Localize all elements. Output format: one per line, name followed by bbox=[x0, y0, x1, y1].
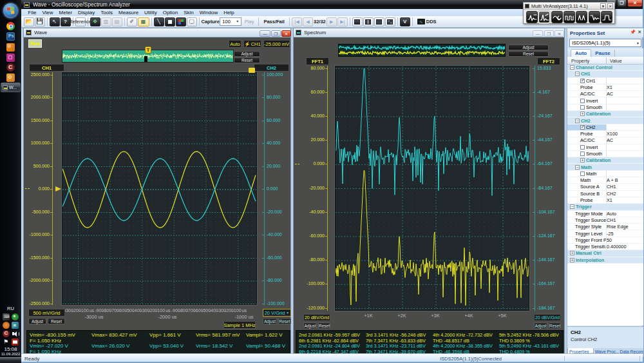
tree-group-trigger[interactable]: −Trigger bbox=[567, 204, 643, 210]
menu-meter[interactable]: Meter bbox=[56, 9, 75, 16]
app-icon-orange[interactable] bbox=[6, 43, 15, 52]
prev-frame-button[interactable]: ◀ bbox=[303, 17, 313, 26]
menu-view[interactable]: View bbox=[39, 9, 56, 16]
display-button[interactable]: 🖵 bbox=[187, 17, 197, 26]
menu-utility[interactable]: Utility bbox=[142, 9, 160, 16]
cursor-h-button[interactable]: ▤ bbox=[112, 17, 122, 26]
menu-help[interactable]: Help bbox=[221, 9, 237, 16]
tree-group-math[interactable]: −Math bbox=[567, 164, 643, 170]
pointer-button[interactable]: ↖ bbox=[50, 17, 60, 26]
tree-row-smooth[interactable]: Smooth bbox=[567, 151, 643, 157]
collapse-icon[interactable]: − bbox=[570, 65, 574, 70]
mode-logic-analyzer-button[interactable] bbox=[564, 11, 575, 23]
menu-measure[interactable]: Measure bbox=[115, 9, 141, 16]
start-button[interactable] bbox=[3, 3, 18, 18]
tray-icon-input-indicator[interactable]: ⌨ bbox=[3, 313, 10, 320]
clock[interactable]: 15:08 bbox=[0, 346, 21, 352]
layout-single-button[interactable] bbox=[352, 17, 363, 26]
ch1-scale-box[interactable]: 500 mV/Grid bbox=[28, 309, 65, 317]
wave-plot[interactable] bbox=[62, 72, 257, 305]
taskbar-app-button[interactable]: W... bbox=[1, 83, 21, 92]
tree-group-ch2[interactable]: −CH2 bbox=[567, 117, 643, 124]
app-icon-ccleaner[interactable]: C bbox=[6, 63, 15, 72]
floating-close-button[interactable]: ✕ bbox=[607, 3, 613, 9]
line-style-button[interactable]: ╲ bbox=[154, 17, 164, 26]
move-tool-button[interactable]: ✥ bbox=[90, 17, 100, 26]
tree-row-math[interactable]: Math bbox=[567, 171, 643, 177]
tree-row-ch2[interactable]: CH2 bbox=[567, 124, 643, 131]
tray-icon-orange-tray[interactable] bbox=[3, 322, 10, 329]
collapse-icon[interactable]: − bbox=[575, 165, 580, 170]
run-button[interactable]: Run bbox=[28, 39, 42, 48]
color-button[interactable] bbox=[176, 17, 186, 26]
cursor-v-button[interactable]: ▥ bbox=[101, 17, 111, 26]
floating-collapse-button[interactable]: ▼ bbox=[600, 3, 606, 9]
next-frame-button[interactable]: ▶ bbox=[327, 17, 337, 26]
fft2-adjust-button[interactable]: Adjust bbox=[534, 322, 547, 329]
tree-row-trigger-level[interactable]: Trigger Level-25 bbox=[567, 230, 643, 237]
layout-quad-button[interactable] bbox=[385, 17, 395, 26]
spectrum-preview[interactable] bbox=[338, 44, 506, 57]
collapse-icon[interactable]: − bbox=[575, 119, 580, 123]
checkbox-ch2[interactable] bbox=[580, 125, 585, 130]
mode-signal-generator-button[interactable] bbox=[551, 11, 563, 23]
voltmeter-button[interactable]: V bbox=[400, 17, 410, 26]
checkbox-invert[interactable] bbox=[580, 99, 585, 103]
checkbox-ch1[interactable] bbox=[580, 79, 585, 83]
checkbox-invert[interactable] bbox=[580, 145, 585, 150]
fft1-adjust-button[interactable]: Adjust bbox=[303, 322, 317, 329]
fft1-reset-button[interactable]: Reset bbox=[318, 322, 330, 329]
checkbox-smooth[interactable] bbox=[580, 152, 585, 156]
tray-icon-green-status[interactable]: ● bbox=[12, 313, 19, 320]
layout-horizontal-button[interactable] bbox=[374, 17, 384, 26]
tree-group-ch1[interactable]: −CH1 bbox=[567, 71, 643, 77]
ch2-scale-box[interactable]: 20 V/Grid▼ bbox=[263, 309, 291, 317]
mode-spectrum-analyzer-button[interactable] bbox=[538, 11, 550, 23]
value-column-header[interactable]: Value bbox=[610, 58, 622, 64]
mode-oscilloscope-button[interactable] bbox=[526, 11, 538, 23]
device-select[interactable]: ISDS205A(1.1)(5) ▼ bbox=[569, 39, 641, 47]
fft2-scale-box[interactable]: 20 dBV/Grid bbox=[534, 314, 561, 321]
tray-icon-folder-sync[interactable]: ▣ bbox=[12, 322, 19, 329]
save-button[interactable]: 💾 bbox=[35, 17, 45, 26]
panel-close-icon[interactable]: ✕ bbox=[638, 30, 641, 35]
grid-style-button[interactable]: ▦ bbox=[138, 17, 149, 26]
tray-icon-action-center-flag[interactable]: ⚑ bbox=[3, 338, 10, 346]
spectrum-adjust-button[interactable]: Adjust bbox=[508, 44, 549, 50]
menu-tools[interactable]: Tools bbox=[98, 9, 116, 16]
restore-button[interactable]: ❐ bbox=[617, 0, 627, 7]
menu-display[interactable]: Display bbox=[75, 9, 98, 16]
expand-icon[interactable]: + bbox=[570, 251, 574, 255]
ch2-reset-button[interactable]: Reset bbox=[278, 318, 291, 324]
tray-icon-recorder[interactable] bbox=[12, 338, 19, 346]
menu-option[interactable]: Option bbox=[160, 9, 181, 16]
menu-skin[interactable]: Skin bbox=[181, 9, 197, 16]
app-icon-chrome[interactable] bbox=[6, 22, 15, 30]
tree-row-trigger-source[interactable]: Trigger SourceCH1 bbox=[567, 217, 643, 224]
dds-button[interactable]: ∿DDS bbox=[415, 17, 439, 26]
reference-button[interactable]: Reference bbox=[75, 17, 86, 26]
wave-preview-adjust-button[interactable]: Adjust bbox=[234, 51, 260, 57]
close-button[interactable]: ✕ bbox=[627, 0, 643, 7]
date[interactable]: 11.09.2022 bbox=[0, 352, 21, 356]
tree-row-probe[interactable]: ProbeX1 bbox=[567, 84, 643, 91]
tree-row-ac-dc[interactable]: AC/DCAC bbox=[567, 137, 643, 144]
tree-row-source-b[interactable]: Source BCH2 bbox=[567, 191, 643, 197]
wave-preview-reset-button[interactable]: Reset bbox=[234, 57, 260, 63]
tree-row-trigger-sensiti-[interactable]: Trigger Sensiti...0.400000 bbox=[567, 244, 643, 250]
expand-icon[interactable]: + bbox=[570, 258, 574, 262]
spectrum-restore-button[interactable]: ❐ bbox=[544, 30, 554, 37]
tree-row-trigger-front-p-[interactable]: Trigger Front P...50 bbox=[567, 237, 643, 244]
tree-group-calibration[interactable]: +Calibration bbox=[567, 157, 643, 164]
app-icon-pink[interactable] bbox=[6, 54, 15, 62]
tree-row-smooth[interactable]: Smooth bbox=[567, 104, 643, 111]
trigger-position-marker[interactable]: T bbox=[145, 46, 151, 54]
tab-pause[interactable]: Pause bbox=[591, 50, 615, 57]
play-button[interactable]: Play bbox=[242, 17, 257, 26]
tree-row-invert[interactable]: Invert bbox=[567, 144, 643, 151]
fft2-reset-button[interactable]: Reset bbox=[549, 322, 561, 329]
tree-group-channel-control[interactable]: −Channel Control bbox=[567, 64, 643, 71]
menu-window[interactable]: Window bbox=[196, 9, 220, 16]
collapse-icon[interactable]: − bbox=[570, 204, 574, 209]
trigger-mode-box[interactable]: Auto bbox=[229, 40, 242, 48]
